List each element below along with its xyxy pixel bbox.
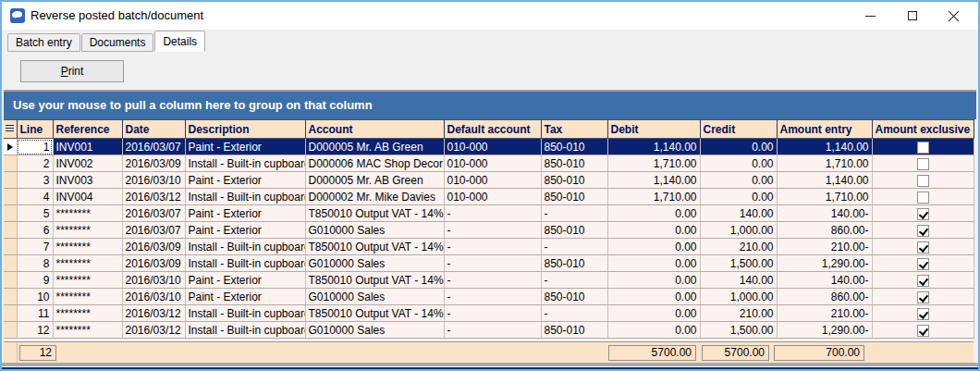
amount-exclusive-checkbox[interactable] <box>917 192 929 204</box>
cell-account[interactable]: D000006 MAC Shop Decor Sp <box>305 155 444 172</box>
cell-credit[interactable]: 0.00 <box>700 155 777 172</box>
cell-credit[interactable]: 140.00 <box>700 205 777 222</box>
cell-reference[interactable]: ******** <box>53 289 122 305</box>
cell-amount-exclusive[interactable] <box>872 239 974 255</box>
amount-exclusive-checkbox[interactable] <box>917 291 929 303</box>
cell-debit[interactable]: 0.00 <box>607 322 700 339</box>
cell-account[interactable]: D000002 Mr. Mike Davies <box>305 189 444 205</box>
cell-amount-exclusive[interactable] <box>872 322 974 339</box>
cell-amount-entry[interactable]: 1,290.00- <box>777 322 872 339</box>
cell-credit[interactable]: 1,500.00 <box>700 255 777 272</box>
table-row[interactable]: 6********2016/03/07Paint - ExteriorG0100… <box>4 222 974 239</box>
column-header-reference[interactable]: Reference <box>53 120 122 139</box>
cell-default-account[interactable]: - <box>444 322 541 339</box>
cell-line[interactable]: 4 <box>17 189 53 205</box>
cell-description[interactable]: Install - Built-in cupboard <box>185 239 305 255</box>
row-selector-cell[interactable] <box>4 155 17 172</box>
cell-tax[interactable]: 850-010 <box>541 155 607 172</box>
cell-credit[interactable]: 0.00 <box>700 172 777 189</box>
column-header-default-account[interactable]: Default account <box>444 120 541 139</box>
cell-debit[interactable]: 1,710.00 <box>607 155 700 172</box>
cell-date[interactable]: 2016/03/09 <box>122 255 185 272</box>
cell-account[interactable]: G010000 Sales <box>305 222 444 239</box>
tab-documents[interactable]: Documents <box>81 33 154 52</box>
row-selector-cell[interactable] <box>4 222 17 239</box>
column-header-account[interactable]: Account <box>305 120 444 139</box>
minimize-button[interactable] <box>850 2 891 30</box>
cell-date[interactable]: 2016/03/12 <box>122 305 185 322</box>
cell-description[interactable]: Paint - Exterior <box>185 289 305 305</box>
cell-account[interactable]: T850010 Output VAT - 14% <box>305 205 444 222</box>
cell-amount-exclusive[interactable] <box>872 205 974 222</box>
tab-details[interactable]: Details <box>154 31 205 52</box>
cell-line[interactable]: 10 <box>17 289 53 305</box>
cell-tax[interactable]: - <box>541 239 607 255</box>
row-selector-cell[interactable] <box>4 272 17 289</box>
column-header-credit[interactable]: Credit <box>700 120 777 139</box>
maximize-button[interactable] <box>891 2 933 30</box>
table-row[interactable]: 11********2016/03/12Install - Built-in c… <box>4 305 974 322</box>
cell-reference[interactable]: INV002 <box>53 155 122 172</box>
cell-date[interactable]: 2016/03/07 <box>122 205 185 222</box>
cell-amount-exclusive[interactable] <box>872 255 974 272</box>
cell-tax[interactable]: 850-010 <box>541 289 607 305</box>
cell-debit[interactable]: 1,140.00 <box>607 172 700 189</box>
cell-amount-exclusive[interactable] <box>872 172 974 189</box>
row-selector-cell[interactable] <box>4 289 17 305</box>
cell-credit[interactable]: 140.00 <box>700 272 777 289</box>
cell-reference[interactable]: INV004 <box>53 189 122 205</box>
amount-exclusive-checkbox[interactable] <box>917 275 929 287</box>
cell-date[interactable]: 2016/03/12 <box>122 189 185 205</box>
cell-line[interactable]: 6 <box>17 222 53 239</box>
print-button[interactable]: Print <box>20 60 124 82</box>
amount-exclusive-checkbox[interactable] <box>917 175 929 187</box>
cell-debit[interactable]: 0.00 <box>607 305 700 322</box>
amount-exclusive-checkbox[interactable] <box>917 308 929 320</box>
cell-account[interactable]: G010000 Sales <box>305 289 444 305</box>
cell-tax[interactable]: 850-010 <box>541 139 607 155</box>
cell-amount-entry[interactable]: 860.00- <box>777 222 872 239</box>
cell-credit[interactable]: 0.00 <box>700 189 777 205</box>
cell-amount-exclusive[interactable] <box>872 222 974 239</box>
cell-credit[interactable]: 210.00 <box>700 305 777 322</box>
cell-reference[interactable]: ******** <box>53 205 122 222</box>
cell-description[interactable]: Paint - Exterior <box>185 139 305 155</box>
cell-default-account[interactable]: - <box>444 255 541 272</box>
row-selector-cell[interactable] <box>4 322 17 339</box>
amount-exclusive-checkbox[interactable] <box>917 158 929 170</box>
row-selector-cell[interactable] <box>4 189 17 205</box>
column-header-tax[interactable]: Tax <box>541 120 607 139</box>
table-row[interactable]: 12********2016/03/12Install - Built-in c… <box>4 322 974 339</box>
cell-default-account[interactable]: 010-000 <box>444 172 541 189</box>
cell-default-account[interactable]: - <box>444 222 541 239</box>
table-row[interactable]: 10********2016/03/10Paint - ExteriorG010… <box>4 289 974 305</box>
cell-amount-entry[interactable]: 210.00- <box>777 239 872 255</box>
cell-description[interactable]: Install - Built-in cupboard <box>185 305 305 322</box>
cell-tax[interactable]: 850-010 <box>541 255 607 272</box>
cell-amount-entry[interactable]: 210.00- <box>777 305 872 322</box>
cell-amount-exclusive[interactable] <box>872 272 974 289</box>
cell-amount-entry[interactable]: 140.00- <box>777 272 872 289</box>
cell-debit[interactable]: 0.00 <box>607 222 700 239</box>
cell-amount-entry[interactable]: 1,140.00 <box>777 139 872 155</box>
cell-amount-entry[interactable]: 1,710.00 <box>777 155 872 172</box>
row-selector-cell[interactable] <box>4 139 17 155</box>
cell-amount-exclusive[interactable] <box>872 139 974 155</box>
table-row[interactable]: 1INV0012016/03/07Paint - ExteriorD000005… <box>4 139 974 155</box>
cell-amount-entry[interactable]: 140.00- <box>777 205 872 222</box>
tab-batch-entry[interactable]: Batch entry <box>7 33 80 52</box>
row-selector-cell[interactable] <box>4 239 17 255</box>
cell-amount-exclusive[interactable] <box>872 289 974 305</box>
cell-date[interactable]: 2016/03/10 <box>122 172 185 189</box>
cell-reference[interactable]: ******** <box>53 272 122 289</box>
cell-date[interactable]: 2016/03/10 <box>122 272 185 289</box>
cell-reference[interactable]: INV003 <box>53 172 122 189</box>
cell-line[interactable]: 8 <box>17 255 53 272</box>
cell-account[interactable]: D000005 Mr. AB Green <box>305 172 444 189</box>
cell-date[interactable]: 2016/03/09 <box>122 239 185 255</box>
amount-exclusive-checkbox[interactable] <box>917 142 929 154</box>
cell-date[interactable]: 2016/03/07 <box>122 222 185 239</box>
cell-amount-exclusive[interactable] <box>872 189 974 205</box>
cell-reference[interactable]: ******** <box>53 322 122 339</box>
amount-exclusive-checkbox[interactable] <box>917 325 929 337</box>
